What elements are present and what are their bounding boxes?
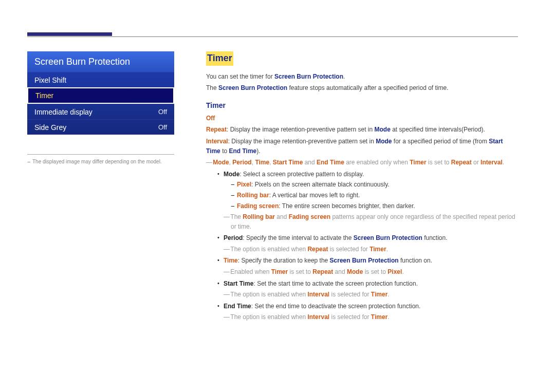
section-heading: Timer: [206, 51, 233, 66]
header-rule: [27, 36, 518, 37]
mode-pixel: Pixel: Pixels on the screen alternate bl…: [231, 180, 518, 190]
intro-line-1: You can set the timer for Screen Burn Pr…: [206, 72, 518, 82]
osd-item-value: Off: [158, 108, 167, 116]
note-enabled-conditions: Mode, Period, Time, Start Time and End T…: [206, 158, 518, 167]
left-column: Screen Burn Protection Pixel Shift Timer…: [27, 51, 174, 324]
header-tab-accent: [27, 32, 112, 36]
option-end-time: End Time: Set the end time to deactivate…: [217, 302, 518, 322]
note-patterns-once: The Rolling bar and Fading screen patter…: [224, 212, 518, 231]
osd-item-label: Timer: [35, 91, 53, 100]
osd-item-side-grey[interactable]: Side Grey Off: [27, 119, 174, 135]
note-start-enabled: The option is enabled when Interval is s…: [224, 290, 518, 300]
document-page: Screen Burn Protection Pixel Shift Timer…: [0, 0, 555, 392]
osd-item-immediate-display[interactable]: Immediate display Off: [27, 104, 174, 119]
intro-line-2: The Screen Burn Protection feature stops…: [206, 83, 518, 93]
subsection-heading: Timer: [206, 100, 518, 111]
right-column: Timer You can set the timer for Screen B…: [206, 51, 518, 324]
option-period: Period: Specify the time interval to act…: [217, 233, 518, 254]
osd-item-timer[interactable]: Timer: [27, 87, 174, 104]
osd-item-label: Side Grey: [34, 123, 66, 132]
osd-item-pixel-shift[interactable]: Pixel Shift: [27, 72, 174, 87]
mode-rolling-bar: Rolling bar: A vertical bar moves left t…: [231, 191, 518, 200]
note-period-enabled: The option is enabled when Repeat is sel…: [224, 245, 518, 254]
content-row: Screen Burn Protection Pixel Shift Timer…: [27, 27, 518, 324]
footnote-rule: [27, 154, 174, 155]
osd-menu: Screen Burn Protection Pixel Shift Timer…: [27, 51, 174, 135]
osd-item-label: Immediate display: [34, 108, 92, 116]
options-list: Mode: Select a screen protective pattern…: [217, 170, 518, 322]
option-repeat: Repeat: Display the image retention-prev…: [206, 125, 518, 135]
osd-title: Screen Burn Protection: [27, 51, 174, 72]
osd-item-value: Off: [158, 123, 167, 131]
option-start-time: Start Time: Set the start time to activa…: [217, 279, 518, 300]
mode-fading-screen: Fading screen: The entire screen becomes…: [231, 201, 518, 211]
option-off: Off: [206, 114, 518, 123]
option-time: Time: Specify the duration to keep the S…: [217, 256, 518, 276]
osd-body: Pixel Shift Timer Immediate display Off …: [27, 72, 174, 135]
option-interval: Interval: Display the image retention-pr…: [206, 137, 518, 156]
osd-item-label: Pixel Shift: [34, 76, 66, 84]
note-time-enabled: Enabled when Timer is set to Repeat and …: [224, 267, 518, 277]
footnote-text: The displayed image may differ depending…: [32, 159, 162, 164]
note-end-enabled: The option is enabled when Interval is s…: [224, 312, 518, 322]
footnote: ‒The displayed image may differ dependin…: [27, 159, 174, 164]
option-mode: Mode: Select a screen protective pattern…: [217, 170, 518, 232]
mode-sublist: Pixel: Pixels on the screen alternate bl…: [231, 180, 518, 211]
